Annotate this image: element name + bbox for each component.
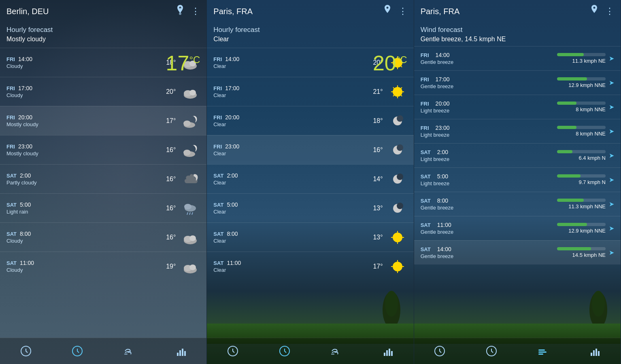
temp-value: 20° [161,88,176,95]
wind-direction-arrow: ➤ [609,200,614,208]
wind-bar [557,247,591,250]
wind-row[interactable]: SAT14:00 Gentle breeze 14.5 kmph NE ➤ [414,240,621,265]
time-label: 23:00 [18,143,32,150]
svg-rect-71 [331,353,334,355]
current-condition-2: Clear [213,36,407,43]
table-row[interactable]: SAT8:00 Clear 13° [207,222,413,252]
nav-hourly-2[interactable] [276,343,293,359]
temp-value: 16° [161,205,176,212]
wind-row[interactable]: FRI23:00 Light breeze 8 kmph NNE ➤ [414,119,621,143]
wind-direction-arrow: ➤ [609,224,614,232]
svg-point-13 [184,204,191,210]
svg-point-19 [189,235,196,241]
wind-bar [557,102,576,105]
wind-direction-arrow: ➤ [609,176,614,184]
wind-row[interactable]: SAT11:00 Gentle breeze 12.9 kmph NNE ➤ [414,216,621,240]
svg-line-48 [401,95,402,96]
menu-icon-2[interactable]: ⋮ [398,6,407,17]
nav-wind-3[interactable] [535,343,551,359]
nav-current-2[interactable] [225,343,241,359]
condition-label: Cloudy [6,238,161,244]
svg-line-14 [187,212,188,215]
wind-row[interactable]: SAT5:00 Light breeze 9.7 kmph N ➤ [414,167,621,192]
menu-icon-1[interactable]: ⋮ [191,6,200,17]
location-icon-1[interactable] [176,5,185,18]
nav-chart-3[interactable] [587,343,603,359]
wind-direction-arrow: ➤ [609,79,614,87]
wind-row[interactable]: SAT8:00 Gentle breeze 11.3 kmph NNE ➤ [414,192,621,216]
wind-title: Wind forecast [421,26,614,34]
location-icon-2[interactable] [383,5,392,18]
svg-line-49 [401,87,402,89]
svg-rect-81 [538,349,545,351]
wind-bar [557,199,584,202]
table-row[interactable]: FRI 20:00 Mostly cloudy 17° [0,106,206,135]
forecast-header-2: Hourly forecast Clear 20°C [207,23,413,44]
wind-bar [557,174,581,178]
wind-row[interactable]: FRI20:00 Light breeze 8 kmph NNE ➤ [414,95,621,119]
table-row[interactable]: SAT 2:00 Partly cloudy 16° [0,164,206,193]
svg-rect-85 [593,350,595,356]
berlin-city-name: Berlin, DEU [6,7,49,16]
wind-bar-container [557,102,606,105]
day-label: FRI [6,114,15,121]
nav-chart-1[interactable] [173,343,189,359]
weather-icon-sun [388,84,407,100]
bottom-nav-1 [0,338,206,364]
svg-point-58 [397,203,403,209]
wind-forecast-list: FRI14:00 Gentle breeze 11.3 kmph NE ➤ FR… [414,46,621,338]
table-row[interactable]: SAT 11:00 Cloudy 19° [0,252,206,281]
forecast-title-1: Hourly forecast [6,26,200,34]
table-row[interactable]: SAT5:00 Clear 13° [207,193,413,222]
svg-rect-25 [124,353,128,355]
berlin-panel: Berlin, DEU ⋮ Hourly forecast Mostly clo… [0,0,207,364]
time-label: 14:00 [18,56,32,62]
wind-bar-container [557,126,606,129]
day-label: FRI [6,56,15,62]
table-row[interactable]: SAT 5:00 Light rain 16° [0,193,206,222]
table-row[interactable]: FRI 23:00 Mostly cloudy 16° [0,135,206,164]
weather-icon-moon-cloud [181,142,200,158]
svg-rect-84 [591,353,592,356]
svg-point-52 [397,115,403,122]
condition-label: Partly cloudy [6,180,161,186]
nav-current-3[interactable] [432,343,448,359]
current-temp-2: 20°C [373,51,407,75]
nav-hourly-3[interactable] [483,343,500,359]
table-row[interactable]: SAT2:00 Clear 14° [207,164,413,193]
nav-current-1[interactable] [18,343,34,359]
wind-row[interactable]: SAT2:00 Light breeze 6.4 kmph N ➤ [414,143,621,167]
table-row[interactable]: FRI23:00 Clear 16° [207,135,413,164]
wind-row[interactable]: FRI17:00 Gentle breeze 12.9 kmph NNE ➤ [414,70,621,95]
svg-rect-75 [391,351,393,356]
nav-hourly-1[interactable] [69,343,85,359]
condition-label: Cloudy [6,92,161,98]
table-row[interactable]: SAT 8:00 Cloudy 16° [0,222,206,252]
svg-rect-86 [595,349,597,356]
nav-chart-2[interactable] [380,343,396,359]
wind-bar-container [557,53,606,56]
bottom-nav-3 [414,338,621,364]
temp-value: 17° [161,117,176,125]
bottom-nav-2 [207,338,413,364]
table-row[interactable]: FRI 17:00 Cloudy 20° [0,77,206,106]
day-label: SAT [6,202,17,208]
location-icon-3[interactable] [590,5,599,18]
wind-direction-arrow: ➤ [609,127,614,135]
wind-bar-container [557,150,606,153]
menu-icon-3[interactable]: ⋮ [605,6,614,17]
svg-rect-82 [538,351,547,353]
nav-wind-2[interactable] [328,343,344,359]
table-row[interactable]: FRI20:00 Clear 18° [207,106,413,135]
wind-direction-arrow: ➤ [609,152,614,159]
temp-value: 16° [161,234,176,241]
svg-rect-74 [389,349,390,356]
nav-wind-1[interactable] [121,343,137,359]
weather-icon-moon [388,200,407,216]
table-row[interactable]: SAT11:00 Clear 17° [207,252,413,281]
paris-wind-panel: Paris, FRA ⋮ Wind forecast Gentle breeze… [414,0,621,364]
table-row[interactable]: FRI17:00 Clear 21° [207,77,413,106]
wind-row[interactable]: FRI14:00 Gentle breeze 11.3 kmph NE ➤ [414,46,621,70]
svg-point-9 [183,121,191,126]
header-icons-1: ⋮ [176,5,200,18]
